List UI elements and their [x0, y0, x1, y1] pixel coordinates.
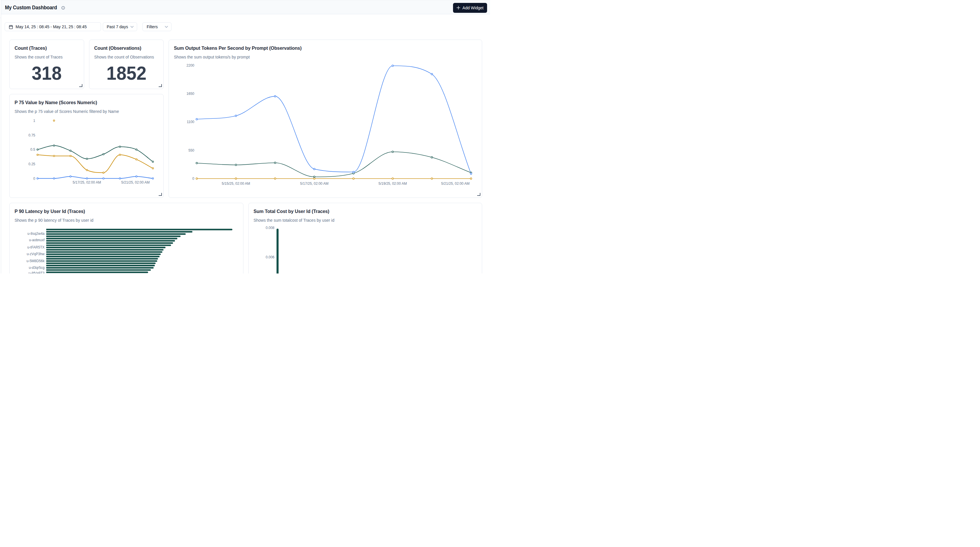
- svg-text:u-tFAR5TX: u-tFAR5TX: [27, 245, 45, 249]
- svg-text:2200: 2200: [187, 63, 194, 67]
- svg-text:5/21/25, 02:00 AM: 5/21/25, 02:00 AM: [121, 180, 150, 184]
- svg-text:0.008: 0.008: [266, 226, 274, 230]
- svg-text:1: 1: [33, 119, 35, 123]
- svg-text:0.5: 0.5: [30, 147, 35, 152]
- svg-text:5/21/25, 02:00 AM: 5/21/25, 02:00 AM: [441, 181, 469, 186]
- svg-text:0: 0: [192, 177, 194, 181]
- svg-text:0.25: 0.25: [29, 162, 35, 166]
- svg-text:u-aobnuxf: u-aobnuxf: [29, 238, 45, 242]
- svg-text:5/17/25, 02:00 AM: 5/17/25, 02:00 AM: [73, 180, 101, 184]
- svg-text:5/15/25, 02:00 AM: 5/15/25, 02:00 AM: [222, 181, 250, 186]
- svg-text:u-8sq2w4a: u-8sq2w4a: [27, 231, 45, 235]
- svg-text:u-d3qr5cg: u-d3qr5cg: [29, 266, 45, 270]
- svg-text:1100: 1100: [187, 120, 194, 124]
- svg-text:0: 0: [33, 176, 35, 181]
- svg-text:u-zVqP3hw: u-zVqP3hw: [27, 252, 45, 256]
- svg-text:5/19/25, 02:00 AM: 5/19/25, 02:00 AM: [379, 181, 407, 186]
- svg-text:0.75: 0.75: [29, 133, 35, 137]
- svg-text:5/17/25, 02:00 AM: 5/17/25, 02:00 AM: [300, 181, 328, 186]
- svg-text:u-8fVa9T3: u-8fVa9T3: [29, 271, 45, 274]
- svg-text:u-5M8D56k: u-5M8D56k: [27, 259, 45, 263]
- svg-text:550: 550: [188, 148, 194, 152]
- svg-text:0.006: 0.006: [266, 255, 274, 259]
- svg-text:1650: 1650: [187, 92, 194, 96]
